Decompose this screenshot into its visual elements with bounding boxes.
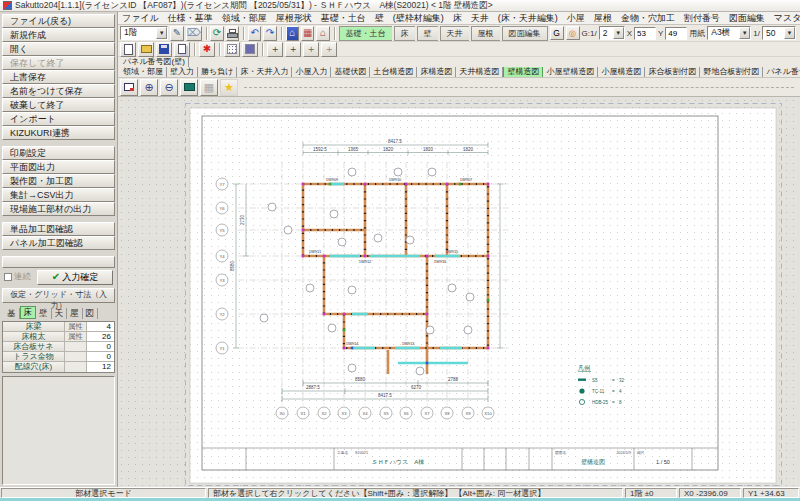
menu-wall-frame-edit[interactable]: (壁枠材編集) bbox=[393, 12, 444, 25]
menu-ceiling[interactable]: 天井 bbox=[471, 12, 489, 25]
target-icon[interactable]: ◎ bbox=[566, 26, 580, 40]
tab-foundation-base[interactable]: 基礎・土台 bbox=[339, 26, 392, 41]
x-count-input[interactable] bbox=[634, 27, 656, 40]
sidebar-button-import[interactable]: インポート bbox=[2, 112, 115, 126]
tab-drawing-edit-main[interactable]: 図面編集 bbox=[502, 26, 548, 41]
menu-attic[interactable]: 小屋 bbox=[567, 12, 585, 25]
redo-icon[interactable]: ↷ bbox=[263, 26, 276, 41]
viewtab-ceiling-structure[interactable]: 天井構造図 bbox=[456, 67, 503, 77]
copy-document-icon[interactable] bbox=[174, 42, 190, 57]
viewtab-floor-structure[interactable]: 床構造図 bbox=[417, 67, 456, 77]
sidebar-button-single-drawing-confirm[interactable]: 単品加工図確認 bbox=[2, 222, 115, 236]
snap-end-icon[interactable]: ＋ bbox=[285, 42, 301, 57]
grid-scale-selector[interactable]: 2 ▼ bbox=[599, 26, 625, 40]
tab-wall[interactable]: 壁 bbox=[36, 308, 52, 319]
menu-floor-ceiling-edit[interactable]: (床・天井編集) bbox=[498, 12, 558, 25]
sidebar-button-panel-drawing-confirm[interactable]: パネル加工図確認 bbox=[2, 236, 115, 250]
tab-roof[interactable]: 屋 bbox=[67, 308, 83, 319]
sidebar-button-kizukuri-link[interactable]: KIZUKURI連携 bbox=[2, 126, 115, 140]
print-icon[interactable] bbox=[226, 26, 239, 41]
tab-ceiling[interactable]: 天 bbox=[52, 308, 68, 319]
undo-icon[interactable]: ↶ bbox=[248, 26, 261, 41]
table-row[interactable]: 床合板サネ 0 bbox=[3, 342, 114, 352]
table-row[interactable]: トラス金物 0 bbox=[3, 352, 114, 362]
drawing-canvas[interactable]: 8417.5 1592.5 1365 1820 1820 1820 8580 2… bbox=[118, 97, 800, 487]
grid-dimension-input-button[interactable]: 仮定・グリッド・寸法（入力） bbox=[2, 288, 115, 303]
snap-intersection-icon[interactable]: ＋ bbox=[303, 42, 319, 57]
sidebar-button-save-as[interactable]: 名前をつけて保存 bbox=[2, 84, 115, 98]
viewtab-wall-input[interactable]: 壁入力 bbox=[167, 67, 198, 77]
zoom-extent-icon[interactable] bbox=[180, 79, 198, 96]
y-count-input[interactable] bbox=[665, 27, 687, 40]
zoom-out-icon[interactable]: ⊖ bbox=[160, 79, 178, 96]
viewtab-sill-structure[interactable]: 土台構造図 bbox=[370, 67, 417, 77]
viewtab-roof-plywood-layout[interactable]: 野地合板割付図 bbox=[700, 67, 763, 77]
menu-area-room[interactable]: 領域・部屋 bbox=[222, 12, 267, 25]
save-icon[interactable] bbox=[156, 42, 172, 57]
menu-roof-shape[interactable]: 屋根形状 bbox=[276, 12, 312, 25]
scale-selector[interactable]: 50 ▼ bbox=[762, 26, 796, 40]
viewtab-attic-structure[interactable]: 小屋構造図 bbox=[598, 67, 645, 77]
view-3d-icon[interactable]: ⌂ bbox=[286, 26, 299, 41]
tab-drawing[interactable]: 図 bbox=[83, 308, 99, 319]
sidebar-button-plan-output[interactable]: 平面図出力 bbox=[2, 160, 115, 174]
viewtab-win-lose[interactable]: 勝ち負け bbox=[198, 67, 237, 77]
snap-grid-icon[interactable]: ＋ bbox=[321, 42, 337, 57]
grid-dots-fine-icon[interactable] bbox=[242, 42, 258, 57]
viewtab-floor-ceiling-input[interactable]: 床・天井入力 bbox=[237, 67, 292, 77]
edit-pencil-icon[interactable]: ✎ bbox=[170, 26, 183, 41]
viewtab-area-room[interactable]: 領域・部屋 bbox=[120, 67, 167, 77]
viewtab-wall-structure[interactable]: 壁構造図 bbox=[503, 67, 543, 78]
menu-file[interactable]: ファイル bbox=[122, 12, 159, 25]
building-icon[interactable]: ▦ bbox=[301, 26, 314, 41]
table-row[interactable]: 配線穴(床) 12 bbox=[3, 362, 114, 372]
viewtab-floor-plywood-layout[interactable]: 床合板割付図 bbox=[645, 67, 700, 77]
menu-floor[interactable]: 床 bbox=[453, 12, 462, 25]
new-file-icon[interactable] bbox=[120, 42, 136, 57]
paper-selector[interactable]: A3横 ▼ bbox=[707, 26, 751, 40]
sidebar-button-discard-exit[interactable]: 破棄して終了 bbox=[2, 98, 115, 112]
tab-floor-main[interactable]: 床 bbox=[394, 26, 415, 41]
viewtab-panel-number-wall[interactable]: パネル番号図(壁) bbox=[120, 57, 189, 67]
tab-foundation[interactable]: 基 bbox=[4, 308, 20, 319]
input-confirm-button[interactable]: ✔ 入力確定 bbox=[37, 270, 113, 285]
sidebar-button-site-parts-output[interactable]: 現場施工部材の出力 bbox=[2, 202, 115, 216]
sidebar-button-file-return[interactable]: ファイル(戻る) bbox=[2, 14, 115, 28]
jump-mark-icon[interactable]: ✱ bbox=[199, 42, 215, 57]
menu-hardware-hole[interactable]: 金物・穴加工 bbox=[621, 12, 675, 25]
menu-master-settings[interactable]: マスター設定 bbox=[774, 12, 800, 25]
viewtab-foundation-plan[interactable]: 基礎伏図 bbox=[331, 67, 370, 77]
grid-dots-icon[interactable] bbox=[224, 42, 240, 57]
attribute-button[interactable]: 属性 bbox=[65, 332, 87, 341]
menu-drawing-edit[interactable]: 図面編集 bbox=[729, 12, 765, 25]
tab-floor[interactable]: 床 bbox=[20, 306, 37, 319]
open-folder-icon[interactable] bbox=[138, 42, 154, 57]
tab-ceiling-main[interactable]: 天井 bbox=[440, 26, 469, 41]
tab-wall-main[interactable]: 壁 bbox=[417, 26, 438, 41]
viewtab-panel-number-floor[interactable]: パネル番号図(床) bbox=[763, 67, 800, 77]
table-row[interactable]: 床根太 属性 26 bbox=[3, 332, 114, 342]
refresh-icon[interactable]: ⟳ bbox=[210, 26, 223, 41]
viewtab-attic-input[interactable]: 小屋入力 bbox=[292, 67, 331, 77]
menu-roof[interactable]: 屋根 bbox=[594, 12, 612, 25]
menu-layout-number[interactable]: 割付番号 bbox=[684, 12, 720, 25]
continuous-checkbox[interactable]: 連続 bbox=[4, 271, 31, 283]
erase-icon[interactable]: ⌦ bbox=[186, 26, 202, 41]
floor-selector[interactable]: 1階 ▼ bbox=[120, 26, 168, 40]
snap-center-icon[interactable]: ＋ bbox=[267, 42, 283, 57]
range-select-icon[interactable] bbox=[120, 79, 138, 96]
attribute-button[interactable]: 属性 bbox=[65, 322, 87, 331]
sidebar-button-open[interactable]: 開く bbox=[2, 42, 115, 56]
table-row[interactable]: 床梁 属性 4 bbox=[3, 322, 114, 332]
favorite-star-icon[interactable]: ★ bbox=[220, 79, 238, 96]
zoom-in-icon[interactable]: ⊕ bbox=[140, 79, 158, 96]
menu-wall[interactable]: 壁 bbox=[375, 12, 384, 25]
sidebar-button-print-settings[interactable]: 印刷設定 bbox=[2, 146, 115, 160]
tab-roof-main[interactable]: 屋根 bbox=[471, 26, 500, 41]
menu-foundation[interactable]: 基礎・土台 bbox=[321, 12, 366, 25]
house-output-icon[interactable]: ⌂ bbox=[316, 26, 329, 41]
titlebar[interactable]: Sakutto204[1.1.1](ライセンスID 【AF087】)(ライセンス… bbox=[0, 0, 800, 12]
sidebar-button-new[interactable]: 新規作成 bbox=[2, 28, 115, 42]
sidebar-button-csv-output[interactable]: 集計→CSV出力 bbox=[2, 188, 115, 202]
sidebar-button-overwrite-save[interactable]: 上書保存 bbox=[2, 70, 115, 84]
